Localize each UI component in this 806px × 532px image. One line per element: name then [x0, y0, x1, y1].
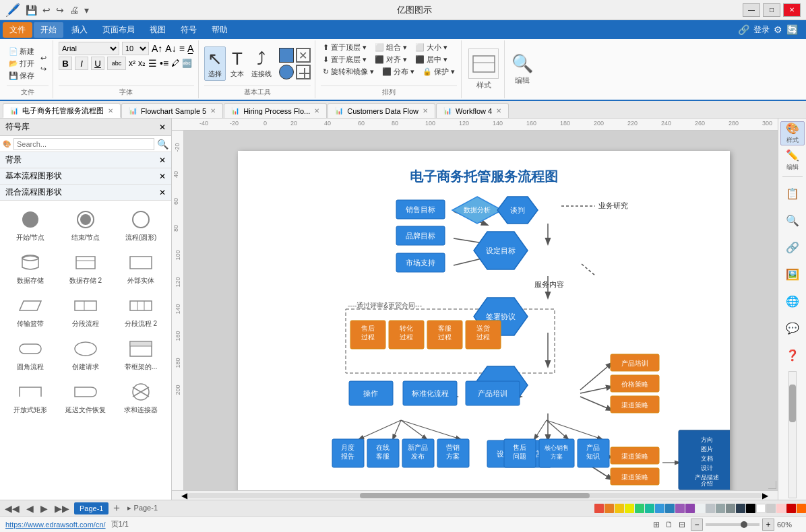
color-lightgray[interactable] [695, 504, 705, 513]
ribbon-redo[interactable]: ↪ [38, 64, 49, 74]
color-darkgray[interactable] [726, 504, 735, 513]
align-btn[interactable]: ⬛ 对齐 ▾ [373, 54, 409, 65]
color-teal[interactable] [645, 504, 654, 513]
color-red[interactable] [594, 504, 604, 513]
send-bottom-btn[interactable]: ⬇ 置于底层 ▾ [321, 54, 369, 65]
color-darkpurple[interactable] [685, 504, 695, 513]
distribute-btn[interactable]: ⬛ 分布 ▾ [380, 66, 416, 77]
login-btn[interactable]: 登录 [753, 24, 770, 36]
page-nav-prev[interactable]: ◀ [24, 503, 36, 514]
tab-close-3[interactable]: ✕ [423, 107, 428, 114]
settings-icon[interactable]: ⚙ [774, 24, 782, 35]
update-icon[interactable]: 🔄 [786, 24, 798, 35]
qa-undo[interactable]: ↩ [41, 3, 52, 17]
category-mixed-close[interactable]: ✕ [159, 188, 166, 197]
group-btn[interactable]: ⬜ 组合 ▾ [373, 42, 409, 53]
page-nav-first[interactable]: ◀◀ [3, 503, 22, 514]
italic-btn[interactable]: I [75, 57, 88, 70]
tab-close-1[interactable]: ✕ [210, 107, 216, 114]
share-icon[interactable]: 🔗 [738, 24, 749, 35]
tool-select-btn[interactable]: ↖ 选择 [204, 46, 226, 81]
color-white[interactable] [756, 504, 766, 513]
tab-2[interactable]: 📊 Hiring Process Flo... ✕ [224, 103, 327, 118]
v-scrollbar[interactable] [788, 371, 797, 498]
category-mixed-flowchart[interactable]: 混合流程图形状 ✕ [0, 185, 171, 201]
category-background-close[interactable]: ✕ [159, 156, 166, 165]
shape-create-request[interactable]: 创建请求 [59, 334, 112, 374]
h-scroll-track[interactable] [187, 493, 762, 498]
qa-save[interactable]: 💾 [24, 3, 38, 17]
symbol-panel-close[interactable]: ✕ [159, 123, 166, 132]
color-deeporange[interactable] [797, 504, 806, 513]
h-scroll-thumb[interactable] [360, 493, 590, 498]
font-grow-btn[interactable]: A↑ [152, 43, 162, 54]
symbol-search-icon[interactable]: 🔍 [157, 139, 168, 149]
tab-close-2[interactable]: ✕ [314, 107, 319, 114]
symbol-search-input[interactable] [13, 138, 154, 150]
tab-close-0[interactable]: ✕ [108, 107, 113, 114]
shape-external-entity[interactable]: 外部实体 [115, 248, 167, 288]
zoom-out-btn[interactable]: − [691, 519, 703, 531]
right-btn-web[interactable]: 🌐 [780, 289, 805, 313]
page-tab-1[interactable]: Page-1 [74, 502, 108, 514]
shape-start-node[interactable]: 开始/节点 [4, 205, 57, 245]
qa-print[interactable]: 🖨 [68, 3, 80, 17]
qa-redo[interactable]: ↪ [55, 3, 65, 17]
shape-transport[interactable]: 传输篮带 [4, 291, 57, 331]
right-btn-help[interactable]: ❓ [780, 343, 805, 367]
h-scroll-left[interactable]: ◀ [181, 491, 187, 500]
right-btn-edit[interactable]: ✏️ 编辑 [780, 148, 805, 172]
color-midgray[interactable] [716, 504, 725, 513]
rotate-btn[interactable]: ↻ 旋转和镜像 ▾ [321, 66, 376, 77]
shape-rotate-btn[interactable] [296, 65, 311, 79]
color-navyblue[interactable] [736, 504, 745, 513]
maximize-btn[interactable]: □ [763, 3, 780, 17]
minimize-btn[interactable]: — [743, 3, 760, 17]
color-silver[interactable] [766, 504, 776, 513]
underline-btn[interactable]: U [91, 57, 104, 70]
add-page-btn[interactable]: ＋ [111, 501, 122, 515]
zoom-in-btn[interactable]: + [762, 519, 774, 531]
color-black[interactable] [746, 504, 755, 513]
tab-0[interactable]: 📊 电子商务托管服务流程图 ✕ [3, 103, 121, 118]
zoom-slider[interactable] [706, 523, 760, 526]
color-green[interactable] [635, 504, 644, 513]
page-tab-right[interactable]: ▸ Page-1 [127, 504, 158, 512]
category-background[interactable]: 背景 ✕ [0, 152, 171, 168]
shape-segment-flow2[interactable]: 分段流程 2 [115, 291, 167, 331]
shape-rounded-flow[interactable]: 圆角流程 [4, 334, 57, 374]
right-btn-style[interactable]: 🎨 样式 [780, 121, 805, 145]
shape-circle-flow[interactable]: 流程(圆形) [115, 205, 167, 245]
menu-insert[interactable]: 插入 [65, 22, 94, 38]
view-fit-btn[interactable]: ⊞ [653, 520, 660, 529]
bring-top-btn[interactable]: ⬆ 置于顶层 ▾ [321, 42, 369, 53]
shape-segment-flow[interactable]: 分段流程 [59, 291, 112, 331]
shape-circle-btn[interactable] [279, 65, 294, 79]
color-blue[interactable] [655, 504, 664, 513]
tool-text-btn[interactable]: T 文本 [228, 47, 247, 80]
shape-open-rect[interactable]: 开放式矩形 [4, 377, 57, 418]
h-scroll-right[interactable]: ▶ [762, 491, 768, 500]
color-darkblue[interactable] [665, 504, 675, 513]
right-btn-image[interactable]: 🖼️ [780, 262, 805, 286]
close-btn[interactable]: ✕ [783, 3, 801, 17]
color-gray[interactable] [706, 504, 715, 513]
menu-view[interactable]: 视图 [143, 22, 173, 38]
font-align-btn[interactable]: ≡ [179, 43, 185, 54]
superscript-btn[interactable]: x² [129, 59, 135, 68]
color-orange[interactable] [604, 504, 614, 513]
shape-sum-connector[interactable]: 求和连接器 [115, 377, 167, 418]
v-scroll-thumb[interactable] [789, 385, 796, 422]
right-btn-clipboard[interactable]: 📋 [780, 181, 805, 205]
color-pinklight[interactable] [776, 504, 786, 513]
ribbon-save[interactable]: 💾 保存 [7, 70, 36, 81]
strikethrough-btn[interactable]: abc [107, 57, 126, 70]
view-page-btn[interactable]: 🗋 [665, 520, 673, 529]
statusbar-link[interactable]: https://www.edrawsoft.com/cn/ [5, 521, 106, 529]
menu-start[interactable]: 开始 [34, 22, 63, 38]
resize-handle[interactable] [768, 481, 776, 489]
subscript-btn[interactable]: x₂ [138, 59, 146, 68]
font-color-btn[interactable]: A̲ [187, 43, 194, 54]
ribbon-open[interactable]: 📂 打开 [7, 58, 36, 69]
menu-file[interactable]: 文件 [3, 22, 32, 38]
